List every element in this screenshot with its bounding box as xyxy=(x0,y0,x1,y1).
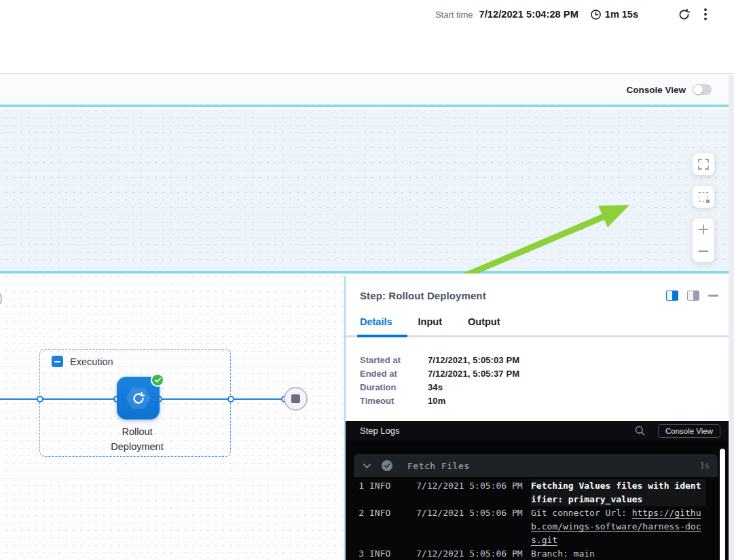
step-logs-header: Step Logs Console View xyxy=(346,421,729,441)
log-console-view-button[interactable]: Console View xyxy=(658,424,720,438)
log-message: Branch: main xyxy=(531,547,706,560)
log-group-duration: 1s xyxy=(700,461,710,470)
detail-row: Timeout 10m xyxy=(360,394,734,408)
offscreen-node xyxy=(0,288,2,309)
marquee-select-icon xyxy=(699,192,708,202)
execution-detail-split: Execution Rollout Deployment xyxy=(0,276,734,560)
selection-mode-button[interactable] xyxy=(693,186,714,208)
log-group-name: Fetch Files xyxy=(407,461,470,471)
stage-graph-canvas[interactable] xyxy=(0,110,734,274)
detail-row: Started at 7/12/2021, 5:05:03 PM xyxy=(360,354,734,367)
split-view-button[interactable] xyxy=(687,291,699,301)
chevron-down-icon xyxy=(363,464,371,468)
start-time-label: Start time xyxy=(435,10,473,20)
execution-group-header: Execution xyxy=(52,356,113,367)
split-right-gray-icon xyxy=(687,291,699,301)
rollout-refresh-icon xyxy=(130,390,147,407)
panel-header: Step: Rollout Deployment xyxy=(346,276,734,301)
split-right-blue-icon xyxy=(666,291,678,301)
zoom-controls xyxy=(693,219,714,262)
start-time-value: 7/12/2021 5:04:28 PM xyxy=(479,9,579,20)
group-success-icon xyxy=(382,460,392,471)
success-check-badge xyxy=(152,375,163,386)
canvas-controls xyxy=(693,153,714,262)
detail-row: Duration 34s xyxy=(360,381,734,394)
log-search-button[interactable] xyxy=(634,424,646,437)
node-label: Rollout Deployment xyxy=(83,424,191,454)
elapsed-value: 1m 15s xyxy=(605,9,638,20)
tab-output[interactable]: Output xyxy=(468,316,500,327)
minimize-icon xyxy=(708,295,718,297)
kebab-menu-icon xyxy=(704,8,707,20)
log-row[interactable]: 2 INFO 7/12/2021 5:05:06 PM Git connecto… xyxy=(346,506,729,547)
minus-icon xyxy=(54,361,60,362)
console-view-bar: Console View xyxy=(0,75,734,107)
execution-meta: Start time 7/12/2021 5:04:28 PM 1m 15s xyxy=(435,5,708,23)
execution-group-label: Execution xyxy=(70,356,113,367)
console-view-group: Console View xyxy=(626,84,712,95)
log-viewer: Fetch Files 1s 1 INFO 7/12/2021 5:05:06 … xyxy=(346,441,729,560)
plus-icon xyxy=(698,224,709,235)
more-options-button[interactable] xyxy=(703,7,708,22)
fullscreen-icon xyxy=(698,159,709,170)
log-row[interactable]: 3 INFO 7/12/2021 5:05:06 PM Branch: main xyxy=(346,547,729,560)
clock-icon xyxy=(590,9,602,20)
pipeline-execution-screen: Start time 7/12/2021 5:04:28 PM 1m 15s xyxy=(0,0,734,560)
minimize-panel-button[interactable] xyxy=(708,295,718,297)
execution-header: Start time 7/12/2021 5:04:28 PM 1m 15s xyxy=(0,0,734,74)
elapsed-group: 1m 15s xyxy=(590,9,638,20)
tab-input[interactable]: Input xyxy=(418,316,442,327)
log-message: Fetching Values files with identifier: p… xyxy=(531,479,706,506)
tab-details[interactable]: Details xyxy=(360,316,392,327)
detail-row: Ended at 7/12/2021, 5:05:37 PM xyxy=(360,367,734,381)
log-row[interactable]: 1 INFO 7/12/2021 5:05:06 PM Fetching Val… xyxy=(346,479,729,506)
log-lines: 1 INFO 7/12/2021 5:05:06 PM Fetching Val… xyxy=(346,477,729,560)
stop-square-icon xyxy=(291,394,300,403)
split-view-button-active[interactable] xyxy=(666,291,678,301)
step-logs-section: Step Logs Console View xyxy=(346,421,729,560)
zoom-in-button[interactable] xyxy=(693,219,714,240)
refresh-icon xyxy=(678,8,691,21)
fullscreen-button[interactable] xyxy=(693,153,714,175)
tab-underline xyxy=(346,335,734,337)
collapse-group-button[interactable] xyxy=(52,356,63,367)
execution-graph-canvas[interactable]: Execution Rollout Deployment xyxy=(0,276,344,560)
toggle-knob xyxy=(693,85,703,94)
log-group-header[interactable]: Fetch Files 1s xyxy=(354,454,718,477)
panel-tabs: Details Input Output xyxy=(346,301,734,327)
search-icon xyxy=(635,426,645,436)
log-scrollbar-thumb[interactable] xyxy=(720,449,725,560)
connector-dot xyxy=(227,396,234,403)
connector-dot xyxy=(37,396,43,403)
page-scrollbar-track[interactable] xyxy=(729,75,734,560)
console-view-toggle[interactable] xyxy=(693,84,712,95)
step-logs-title: Step Logs xyxy=(360,426,400,436)
log-message: Git connector Url: https://github.com/wi… xyxy=(531,506,706,547)
step-detail-panel: Step: Rollout Deployment Details Input O… xyxy=(344,276,734,560)
stop-node[interactable] xyxy=(284,387,308,411)
panel-title: Step: Rollout Deployment xyxy=(360,290,486,301)
details-table: Started at 7/12/2021, 5:05:03 PM Ended a… xyxy=(346,337,734,408)
minus-icon xyxy=(698,250,709,253)
console-view-label: Console View xyxy=(626,85,686,95)
refresh-button[interactable] xyxy=(676,7,692,22)
zoom-out-button[interactable] xyxy=(693,240,714,262)
